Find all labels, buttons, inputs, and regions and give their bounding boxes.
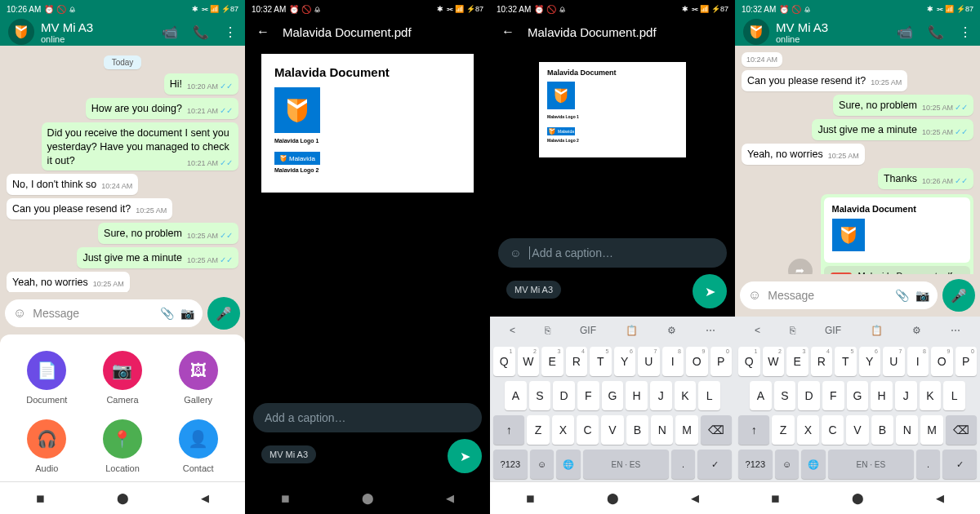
key-Q[interactable]: Q1 (738, 347, 760, 376)
key-E[interactable]: E3 (786, 347, 808, 376)
key-M[interactable]: M (920, 415, 942, 445)
attach-location[interactable]: 📍Location (89, 419, 157, 473)
key-enter[interactable]: ✓ (697, 450, 732, 479)
attach-camera[interactable]: 📷Camera (89, 351, 157, 405)
kb-more-icon[interactable]: ⋯ (706, 325, 715, 336)
emoji-icon[interactable]: ☺ (510, 246, 521, 259)
key-P[interactable]: P0 (956, 347, 978, 376)
contact-avatar[interactable] (743, 19, 769, 45)
key-I[interactable]: I8 (907, 347, 929, 376)
kb-settings-icon[interactable]: ⚙ (667, 325, 676, 336)
send-button[interactable]: ➤ (693, 274, 727, 308)
message-input[interactable]: ☺ Message 📎 📷 (5, 299, 203, 327)
contact-avatar[interactable] (8, 19, 34, 45)
key-O[interactable]: O9 (931, 347, 953, 376)
key-A[interactable]: A (505, 381, 527, 410)
nav-back-icon[interactable]: ◀ (446, 492, 454, 504)
key-W[interactable]: W2 (518, 347, 540, 376)
attach-document[interactable]: 📄Document (13, 351, 81, 405)
kb-clipboard-icon[interactable]: 📋 (626, 325, 638, 336)
key-Z[interactable]: Z (527, 415, 549, 445)
attach-contact[interactable]: 👤Contact (164, 419, 232, 473)
key-D[interactable]: D (798, 381, 820, 410)
kb-sticker-icon[interactable]: ⎘ (545, 325, 550, 336)
document-message[interactable]: ➦ Malavida Document PDF Malavida Documen… (821, 194, 973, 274)
key-G[interactable]: G (602, 381, 624, 410)
back-icon[interactable]: ← (256, 24, 270, 39)
key-A[interactable]: A (750, 381, 772, 410)
kb-gif-icon[interactable]: GIF (580, 325, 596, 336)
key-L[interactable]: L (698, 381, 720, 410)
attach-icon[interactable]: 📎 (895, 289, 909, 302)
key-dot[interactable]: . (916, 450, 941, 479)
key-H[interactable]: H (626, 381, 648, 410)
voice-call-icon[interactable]: 📞 (928, 24, 944, 40)
key-globe[interactable]: 🌐 (801, 450, 826, 479)
nav-home-icon[interactable]: ⬤ (607, 492, 619, 504)
key-N[interactable]: N (896, 415, 918, 445)
key-space[interactable]: EN · ES (583, 450, 668, 479)
key-Y[interactable]: Y6 (859, 347, 881, 376)
key-shift[interactable]: ↑ (493, 415, 524, 445)
contact-name[interactable]: MV Mi A3 (41, 20, 155, 34)
key-P[interactable]: P0 (710, 347, 733, 376)
key-R[interactable]: R4 (566, 347, 588, 376)
key-C[interactable]: C (822, 415, 844, 445)
key-shift[interactable]: ↑ (738, 415, 769, 445)
kb-sticker-icon[interactable]: ⎘ (790, 325, 795, 336)
key-delete[interactable]: ⌫ (946, 415, 977, 445)
key-emoji[interactable]: ☺ (775, 450, 800, 479)
voice-call-icon[interactable]: 📞 (193, 24, 209, 40)
video-call-icon[interactable]: 📹 (897, 24, 913, 40)
forward-icon[interactable]: ➦ (788, 259, 813, 274)
key-F[interactable]: F (822, 381, 844, 410)
key-T[interactable]: T5 (835, 347, 857, 376)
message-input[interactable]: ☺ Message 📎 📷 (740, 281, 938, 309)
nav-recent-icon[interactable]: ◼ (36, 492, 45, 504)
key-B[interactable]: B (871, 415, 893, 445)
key-F[interactable]: F (577, 381, 599, 410)
more-icon[interactable]: ⋮ (224, 24, 237, 40)
key-V[interactable]: V (601, 415, 623, 445)
key-M[interactable]: M (675, 415, 697, 445)
key-H[interactable]: H (871, 381, 893, 410)
nav-home-icon[interactable]: ⬤ (852, 492, 864, 504)
kb-back-icon[interactable]: < (510, 325, 515, 336)
key-Q[interactable]: Q1 (493, 347, 515, 376)
nav-home-icon[interactable]: ⬤ (362, 492, 374, 504)
key-symbols[interactable]: ?123 (738, 450, 773, 479)
nav-home-icon[interactable]: ⬤ (117, 492, 129, 504)
key-E[interactable]: E3 (541, 347, 564, 376)
kb-settings-icon[interactable]: ⚙ (912, 325, 921, 336)
kb-gif-icon[interactable]: GIF (825, 325, 841, 336)
key-Y[interactable]: Y6 (614, 347, 636, 376)
nav-back-icon[interactable]: ◀ (936, 492, 944, 504)
key-space[interactable]: EN · ES (828, 450, 913, 479)
caption-input[interactable]: Add a caption… (253, 403, 482, 432)
key-delete[interactable]: ⌫ (701, 415, 732, 445)
nav-back-icon[interactable]: ◀ (691, 492, 699, 504)
more-icon[interactable]: ⋮ (959, 24, 972, 40)
nav-back-icon[interactable]: ◀ (201, 492, 209, 504)
video-call-icon[interactable]: 📹 (162, 24, 178, 40)
key-S[interactable]: S (774, 381, 796, 410)
send-button[interactable]: ➤ (448, 439, 482, 473)
attach-icon[interactable]: 📎 (160, 307, 174, 320)
key-J[interactable]: J (895, 381, 917, 410)
nav-recent-icon[interactable]: ◼ (281, 492, 290, 504)
key-K[interactable]: K (675, 381, 697, 410)
nav-recent-icon[interactable]: ◼ (771, 492, 780, 504)
mic-button[interactable]: 🎤 (207, 297, 240, 330)
attach-gallery[interactable]: 🖼Gallery (164, 351, 232, 405)
key-T[interactable]: T5 (590, 347, 612, 376)
nav-recent-icon[interactable]: ◼ (526, 492, 535, 504)
kb-more-icon[interactable]: ⋯ (951, 325, 960, 336)
key-enter[interactable]: ✓ (942, 450, 977, 479)
mic-button[interactable]: 🎤 (942, 279, 975, 312)
emoji-icon[interactable]: ☺ (748, 288, 761, 303)
key-C[interactable]: C (577, 415, 599, 445)
key-J[interactable]: J (650, 381, 672, 410)
key-V[interactable]: V (846, 415, 868, 445)
key-O[interactable]: O9 (686, 347, 708, 376)
key-G[interactable]: G (847, 381, 869, 410)
